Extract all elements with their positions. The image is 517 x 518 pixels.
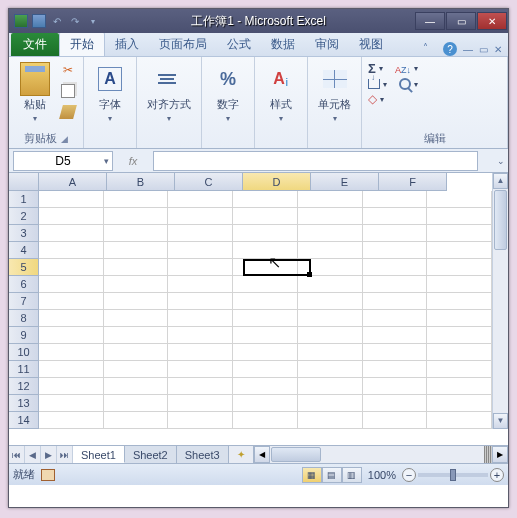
cell[interactable] — [104, 259, 169, 276]
cell[interactable] — [39, 344, 104, 361]
cell[interactable] — [39, 208, 104, 225]
new-sheet-icon[interactable]: ✦ — [229, 446, 253, 463]
minimize-ribbon-icon[interactable]: ˄ — [423, 42, 437, 56]
mdi-minimize-icon[interactable]: — — [463, 44, 473, 55]
cell[interactable] — [298, 412, 363, 429]
cell[interactable] — [168, 276, 233, 293]
cell[interactable] — [233, 395, 298, 412]
row-header-2[interactable]: 2 — [9, 208, 39, 225]
qat-dropdown-icon[interactable]: ▾ — [85, 13, 101, 29]
cells-button[interactable]: 单元格 ▾ — [314, 61, 355, 125]
col-header-B[interactable]: B — [107, 173, 175, 191]
tab-pagelayout[interactable]: 页面布局 — [149, 33, 217, 56]
redo-icon[interactable]: ↷ — [67, 13, 83, 29]
cell[interactable] — [104, 361, 169, 378]
clear-icon[interactable] — [368, 92, 377, 106]
cell[interactable] — [168, 378, 233, 395]
cell[interactable] — [39, 293, 104, 310]
alignment-button[interactable]: 对齐方式 ▾ — [143, 61, 195, 125]
tab-home[interactable]: 开始 — [59, 32, 105, 56]
cell[interactable] — [39, 242, 104, 259]
cell[interactable] — [298, 361, 363, 378]
minimize-button[interactable]: — — [415, 12, 445, 30]
cell[interactable] — [427, 191, 492, 208]
excel-app-icon[interactable] — [13, 13, 29, 29]
cell[interactable] — [104, 293, 169, 310]
cell[interactable] — [298, 242, 363, 259]
sort-icon[interactable] — [395, 63, 411, 75]
cell[interactable] — [233, 276, 298, 293]
select-all-corner[interactable] — [9, 173, 39, 191]
cell[interactable] — [168, 208, 233, 225]
tab-data[interactable]: 数据 — [261, 33, 305, 56]
tab-view[interactable]: 视图 — [349, 33, 393, 56]
cell[interactable] — [427, 378, 492, 395]
col-header-A[interactable]: A — [39, 173, 107, 191]
paste-button[interactable]: 粘贴 ▾ — [15, 61, 55, 129]
page-break-view-icon[interactable]: ▥ — [342, 467, 362, 483]
row-header-6[interactable]: 6 — [9, 276, 39, 293]
cell[interactable] — [39, 395, 104, 412]
row-header-10[interactable]: 10 — [9, 344, 39, 361]
styles-button[interactable]: 样式 ▾ — [261, 61, 301, 125]
help-icon[interactable]: ? — [443, 42, 457, 56]
cell[interactable] — [363, 378, 428, 395]
cell[interactable] — [104, 412, 169, 429]
name-box[interactable]: D5 — [13, 151, 113, 171]
cell[interactable] — [233, 208, 298, 225]
cut-icon[interactable]: ✂ — [59, 61, 77, 79]
cell[interactable] — [427, 208, 492, 225]
col-header-E[interactable]: E — [311, 173, 379, 191]
number-button[interactable]: % 数字 ▾ — [208, 61, 248, 125]
cell[interactable] — [427, 242, 492, 259]
zoom-thumb[interactable] — [450, 469, 456, 481]
cell[interactable] — [168, 361, 233, 378]
zoom-slider[interactable] — [418, 473, 488, 477]
save-icon[interactable] — [31, 13, 47, 29]
horizontal-scrollbar[interactable]: ◀ ▶ — [253, 446, 508, 463]
cell[interactable] — [104, 310, 169, 327]
cell[interactable] — [104, 242, 169, 259]
cell[interactable] — [168, 412, 233, 429]
cell[interactable] — [233, 310, 298, 327]
cell[interactable] — [427, 276, 492, 293]
cell[interactable] — [104, 327, 169, 344]
cell[interactable] — [104, 225, 169, 242]
cell[interactable] — [363, 259, 428, 276]
cell[interactable] — [427, 327, 492, 344]
cell[interactable] — [39, 327, 104, 344]
cell[interactable] — [427, 293, 492, 310]
cell[interactable] — [233, 344, 298, 361]
cell[interactable] — [39, 191, 104, 208]
cell[interactable] — [363, 310, 428, 327]
expand-formula-bar-icon[interactable]: ⌄ — [494, 156, 508, 166]
cell[interactable] — [427, 344, 492, 361]
cell[interactable] — [363, 361, 428, 378]
cell[interactable] — [104, 276, 169, 293]
cell[interactable] — [363, 293, 428, 310]
col-header-C[interactable]: C — [175, 173, 243, 191]
cell[interactable] — [298, 276, 363, 293]
scroll-left-icon[interactable]: ◀ — [254, 446, 270, 463]
col-header-F[interactable]: F — [379, 173, 447, 191]
cell[interactable] — [298, 310, 363, 327]
page-layout-view-icon[interactable]: ▤ — [322, 467, 342, 483]
cell[interactable] — [298, 378, 363, 395]
cell[interactable] — [104, 208, 169, 225]
vscroll-thumb[interactable] — [494, 190, 507, 250]
row-header-5[interactable]: 5 — [9, 259, 39, 276]
cell[interactable] — [168, 242, 233, 259]
cell[interactable] — [363, 242, 428, 259]
row-header-11[interactable]: 11 — [9, 361, 39, 378]
cell[interactable] — [363, 225, 428, 242]
cell[interactable] — [363, 344, 428, 361]
cell[interactable] — [168, 191, 233, 208]
sheet-tab-2[interactable]: Sheet2 — [125, 446, 177, 463]
tab-review[interactable]: 审阅 — [305, 33, 349, 56]
mdi-close-icon[interactable]: ✕ — [494, 44, 502, 55]
formula-input[interactable] — [153, 151, 478, 171]
cell[interactable] — [233, 327, 298, 344]
cell[interactable] — [298, 191, 363, 208]
cell[interactable] — [233, 242, 298, 259]
cell[interactable] — [233, 293, 298, 310]
